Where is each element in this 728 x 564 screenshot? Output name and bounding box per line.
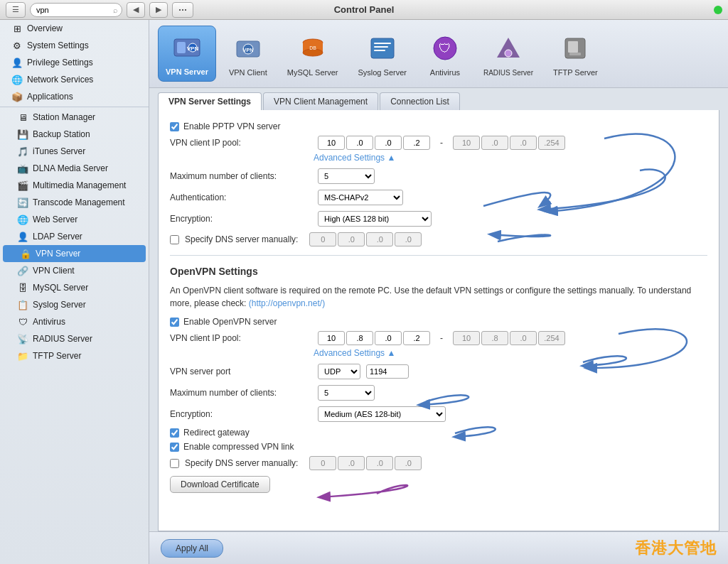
openvpn-ip-from-2[interactable]	[346, 331, 373, 345]
sidebar-label-antivirus: Antivirus	[33, 317, 65, 327]
sidebar-item-mysql-server[interactable]: 🗄 MySQL Server	[0, 279, 149, 296]
system-settings-icon: ⚙	[11, 40, 23, 51]
enable-openvpn-checkbox[interactable]	[170, 318, 179, 327]
pptp-max-clients-row: Maximum number of clients: 5 10 20	[170, 168, 707, 184]
openvpn-port-input[interactable]	[366, 364, 409, 379]
pptp-ip-from-2[interactable]	[346, 136, 373, 150]
openvpn-ip-from-4[interactable]	[403, 331, 430, 345]
sidebar-item-antivirus[interactable]: 🛡 Antivirus	[0, 313, 149, 330]
openvpn-port-row: VPN server port UDP TCP	[170, 364, 707, 379]
sidebar-label-syslog: Syslog Server	[33, 300, 86, 310]
sidebar-item-vpn-server[interactable]: 🔒 VPN Server	[3, 245, 146, 262]
search-icon: ⌕	[113, 6, 118, 14]
sidebar-item-applications[interactable]: 📦 Applications	[0, 88, 149, 105]
openvpn-max-clients-select[interactable]: 5 10 20	[318, 385, 375, 401]
pptp-ip-from-3[interactable]	[375, 136, 402, 150]
sidebar-item-station-manager[interactable]: 🖥 Station Manager	[0, 109, 149, 126]
toolbar-syslog-server[interactable]: Syslog Server	[350, 27, 413, 82]
openvpn-ip-to-1[interactable]	[453, 331, 480, 345]
pptp-ip-to-4[interactable]	[538, 136, 565, 150]
sidebar-item-network-services[interactable]: 🌐 Network Services	[0, 71, 149, 88]
pptp-dns-2[interactable]	[338, 232, 365, 246]
pptp-auth-select[interactable]: MS-CHAPv2 PAP CHAP	[318, 190, 403, 205]
window-title: Control Panel	[334, 4, 395, 15]
pptp-ip-to-1[interactable]	[453, 136, 480, 150]
sidebar-label-applications: Applications	[27, 92, 73, 102]
pptp-dns-1[interactable]	[309, 232, 336, 246]
tab-vpn-client-management[interactable]: VPN Client Management	[263, 92, 378, 110]
back-button[interactable]: ◀	[127, 2, 145, 18]
openvpn-dns-2[interactable]	[338, 456, 365, 470]
svg-text:VPN: VPN	[243, 48, 253, 53]
openvpn-encryption-select[interactable]: Medium (AES 128-bit) High (AES 256-bit) …	[318, 406, 446, 422]
openvpn-ip-to-2[interactable]	[481, 331, 508, 345]
compressed-vpn-checkbox[interactable]	[170, 443, 179, 452]
syslog-icon: 📋	[17, 299, 28, 310]
pptp-ip-from-1[interactable]	[318, 136, 345, 150]
sidebar-item-web-server[interactable]: 🌐 Web Server	[0, 211, 149, 228]
grid-button[interactable]: ⋯	[172, 2, 193, 18]
redirect-gateway-checkbox[interactable]	[170, 428, 179, 438]
menu-button[interactable]: ☰	[6, 2, 26, 18]
pptp-ip-from-4[interactable]	[403, 136, 430, 150]
toolbar-vpn-client[interactable]: VPN VPN Client	[222, 27, 274, 82]
apply-all-button[interactable]: Apply All	[161, 539, 223, 558]
search-input[interactable]	[30, 3, 122, 17]
sidebar-item-radius-server[interactable]: 📡 RADIUS Server	[0, 330, 149, 347]
svg-rect-1	[177, 42, 186, 53]
toolbar-antivirus[interactable]: 🛡 Antivirus	[419, 27, 471, 82]
transcode-icon: 🔄	[17, 197, 28, 208]
tab-vpn-server-settings[interactable]: VPN Server Settings	[158, 92, 262, 110]
sidebar-item-system-settings[interactable]: ⚙ System Settings	[0, 37, 149, 54]
toolbar-vpn-server[interactable]: VPN VPN Server	[158, 26, 216, 82]
openvpn-link[interactable]: (http://openvpn.net/)	[249, 298, 325, 308]
svg-text:VPN: VPN	[187, 45, 199, 52]
openvpn-ip-to-4[interactable]	[538, 331, 565, 345]
section-divider	[170, 255, 707, 256]
svg-text:🛡: 🛡	[439, 41, 451, 55]
pptp-advanced-settings-link[interactable]: Advanced Settings ▲	[314, 153, 395, 163]
openvpn-advanced-settings-link[interactable]: Advanced Settings ▲	[314, 348, 395, 358]
toolbar-tftp-server[interactable]: TFTP Server	[546, 27, 605, 82]
pptp-ip-to-3[interactable]	[510, 136, 537, 150]
openvpn-ip-from-1[interactable]	[318, 331, 345, 345]
sidebar-item-overview[interactable]: ⊞ Overview	[0, 20, 149, 37]
openvpn-ip-from-3[interactable]	[375, 331, 402, 345]
openvpn-dns-1[interactable]	[309, 456, 336, 470]
toolbar-mysql-server[interactable]: DB MySQL Server	[280, 27, 346, 82]
radius-icon: 📡	[17, 333, 28, 345]
sidebar-item-privilege-settings[interactable]: 👤 Privilege Settings	[0, 54, 149, 71]
tftp-icon: 📁	[17, 350, 28, 362]
sidebar-item-dlna-server[interactable]: 📺 DLNA Media Server	[0, 160, 149, 177]
openvpn-dns-checkbox[interactable]	[170, 459, 179, 468]
download-certificate-button[interactable]: Download Certificate	[170, 476, 270, 493]
openvpn-dns-4[interactable]	[395, 456, 422, 470]
pptp-encryption-select[interactable]: High (AES 128 bit) Medium None	[318, 211, 432, 227]
toolbar-syslog-label: Syslog Server	[358, 68, 406, 77]
toolbar-radius-server[interactable]: RADIUS Server	[476, 28, 540, 82]
sidebar-item-vpn-client[interactable]: 🔗 VPN Client	[0, 262, 149, 279]
openvpn-protocol-select[interactable]: UDP TCP	[318, 364, 360, 379]
tab-connection-list[interactable]: Connection List	[380, 92, 460, 110]
toolbar-vpn-client-label: VPN Client	[229, 68, 267, 77]
pptp-dns-3[interactable]	[366, 232, 393, 246]
sidebar-item-ldap-server[interactable]: 👤 LDAP Server	[0, 228, 149, 245]
download-cert-row: Download Certificate	[170, 476, 707, 493]
openvpn-port-label: VPN server port	[170, 367, 312, 376]
sidebar-item-multimedia[interactable]: 🎬 Multimedia Management	[0, 177, 149, 194]
sidebar-item-transcode[interactable]: 🔄 Transcode Management	[0, 194, 149, 211]
pptp-dns-4[interactable]	[395, 232, 422, 246]
svg-rect-11	[371, 38, 394, 58]
forward-button[interactable]: ▶	[149, 2, 168, 18]
openvpn-dns-3[interactable]	[366, 456, 393, 470]
pptp-max-clients-select[interactable]: 5 10 20	[318, 168, 375, 184]
pptp-dns-checkbox[interactable]	[170, 235, 179, 244]
pptp-ip-to-2[interactable]	[481, 136, 508, 150]
sidebar-item-backup-station[interactable]: 💾 Backup Station	[0, 126, 149, 143]
openvpn-ip-to-3[interactable]	[510, 331, 537, 345]
enable-pptp-checkbox[interactable]	[170, 122, 179, 131]
sidebar-item-tftp-server[interactable]: 📁 TFTP Server	[0, 347, 149, 364]
sidebar-item-itunes-server[interactable]: 🎵 iTunes Server	[0, 143, 149, 160]
sidebar-item-syslog-server[interactable]: 📋 Syslog Server	[0, 296, 149, 313]
compressed-vpn-row: Enable compressed VPN link	[170, 442, 707, 452]
